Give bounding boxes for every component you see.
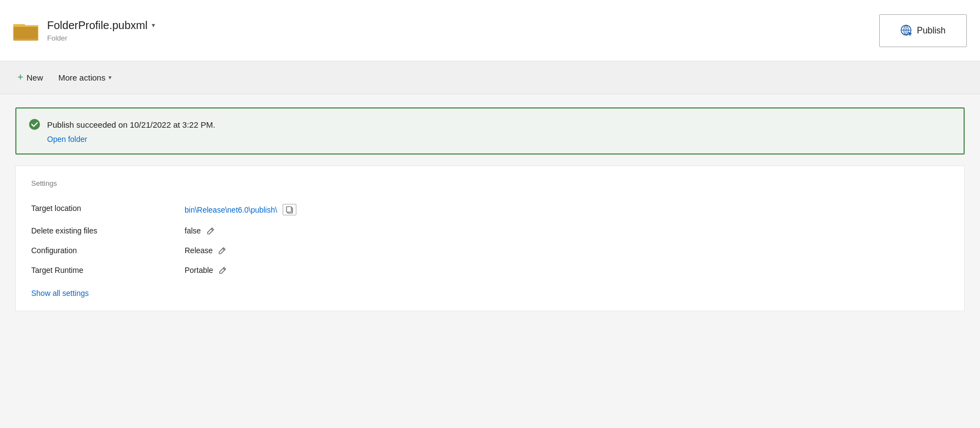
success-banner: Publish succeeded on 10/21/2022 at 3:22 …	[15, 107, 965, 155]
configuration-label: Configuration	[31, 241, 185, 260]
copy-icon[interactable]	[283, 204, 296, 215]
delete-files-text: false	[185, 226, 201, 235]
target-location-value: bin\Release\net6.0\publish\	[185, 198, 949, 221]
profile-dropdown-arrow[interactable]: ▾	[152, 21, 155, 29]
toolbar: + New More actions ▾	[0, 61, 980, 94]
svg-line-15	[223, 268, 225, 270]
delete-files-edit-icon[interactable]	[207, 227, 215, 235]
success-check-icon	[28, 118, 41, 130]
chevron-down-icon: ▾	[108, 74, 112, 81]
success-row: Publish succeeded on 10/21/2022 at 3:22 …	[28, 118, 952, 130]
new-button[interactable]: + New	[11, 69, 50, 87]
target-runtime-value: Portable	[185, 260, 949, 280]
settings-table: Target location bin\Release\net6.0\publi…	[31, 198, 949, 280]
target-runtime-text: Portable	[185, 266, 213, 275]
delete-files-label: Delete existing files	[31, 221, 185, 241]
success-message: Publish succeeded on 10/21/2022 at 3:22 …	[47, 120, 215, 129]
header-left: FolderProfile.pubxml ▾ Folder	[13, 19, 155, 42]
target-location-link[interactable]: bin\Release\net6.0\publish\	[185, 206, 277, 214]
header-title-row: FolderProfile.pubxml ▾	[47, 19, 155, 32]
more-actions-button[interactable]: More actions ▾	[52, 70, 119, 85]
publish-globe-icon	[901, 25, 913, 37]
svg-rect-3	[14, 27, 38, 39]
profile-name: FolderProfile.pubxml	[47, 19, 147, 32]
configuration-text: Release	[185, 246, 213, 255]
plus-icon: +	[18, 72, 24, 83]
configuration-edit-icon[interactable]	[218, 247, 226, 255]
new-button-label: New	[27, 73, 43, 82]
settings-card: Settings Target location bin\Release\net…	[15, 166, 965, 311]
delete-files-value: false	[185, 221, 949, 241]
main-content: Publish succeeded on 10/21/2022 at 3:22 …	[0, 94, 980, 324]
svg-rect-12	[286, 207, 291, 212]
target-runtime-label: Target Runtime	[31, 260, 185, 280]
show-all-settings-link[interactable]: Show all settings	[31, 289, 89, 298]
folder-icon	[13, 20, 39, 42]
target-location-label: Target location	[31, 198, 185, 221]
svg-point-10	[29, 119, 40, 130]
publish-button-label: Publish	[917, 26, 945, 36]
svg-line-13	[211, 229, 213, 230]
header-title-area: FolderProfile.pubxml ▾ Folder	[47, 19, 155, 42]
more-actions-label: More actions	[59, 73, 106, 82]
open-folder-link[interactable]: Open folder	[47, 135, 952, 144]
target-runtime-edit-icon[interactable]	[219, 266, 227, 275]
profile-type: Folder	[47, 34, 155, 42]
configuration-value: Release	[185, 241, 949, 260]
publish-button[interactable]: Publish	[879, 14, 967, 47]
header: FolderProfile.pubxml ▾ Folder Publish	[0, 0, 980, 61]
settings-section-title: Settings	[31, 179, 949, 187]
svg-line-14	[223, 248, 225, 250]
